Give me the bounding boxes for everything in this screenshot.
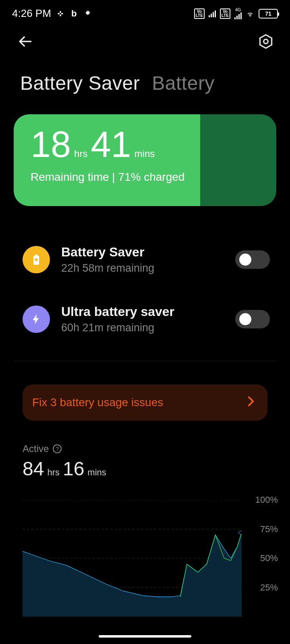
- battery-chart[interactable]: 25%50%75%100%: [23, 500, 278, 617]
- signal-icon-2: 4G: [234, 8, 242, 19]
- top-bar: [0, 24, 290, 56]
- y-tick-label: 75%: [260, 524, 278, 535]
- settings-status-icon: [83, 9, 92, 18]
- status-time: 4:26 PM: [12, 7, 51, 20]
- volte-icon-1: VoLTE: [194, 8, 205, 19]
- svg-point-12: [238, 531, 242, 535]
- chevron-right-icon: [247, 396, 255, 409]
- volte-icon-2: VoLTE: [220, 8, 230, 19]
- fix-issues-button[interactable]: Fix 3 battery usage issues: [23, 384, 267, 421]
- active-mins: 16: [63, 458, 84, 480]
- help-icon[interactable]: ?: [53, 444, 62, 453]
- app-b-icon: b: [70, 9, 79, 18]
- svg-rect-7: [35, 254, 37, 256]
- battery-saver-row[interactable]: Battery Saver 22h 58m remaining: [0, 237, 290, 282]
- y-tick-label: 25%: [260, 582, 278, 593]
- svg-rect-3: [60, 14, 61, 16]
- slack-icon: [56, 9, 65, 18]
- option-sub: 60h 21m remaining: [61, 322, 224, 334]
- active-hours: 84: [23, 458, 44, 480]
- tab-battery[interactable]: Battery: [152, 72, 215, 94]
- svg-rect-0: [58, 13, 60, 14]
- settings-button[interactable]: [258, 33, 274, 51]
- remaining-mins: 41: [91, 126, 131, 163]
- remaining-subtitle: Remaining time | 71% charged: [31, 171, 259, 184]
- tab-battery-saver[interactable]: Battery Saver: [20, 72, 140, 94]
- ultra-saver-row[interactable]: Ultra battery saver 60h 21m remaining: [0, 297, 290, 341]
- divider: [14, 361, 276, 361]
- y-tick-label: 50%: [260, 553, 278, 564]
- saver-options: Battery Saver 22h 58m remaining Ultra ba…: [0, 237, 290, 341]
- active-label: Active: [23, 443, 49, 454]
- page-tabs: Battery Saver Battery: [0, 56, 290, 110]
- svg-rect-1: [61, 13, 63, 14]
- y-tick-label: 100%: [255, 495, 278, 505]
- active-section: Active ? 84 hrs 16 mins: [0, 421, 290, 480]
- svg-rect-2: [60, 11, 61, 13]
- ultra-saver-toggle[interactable]: [235, 310, 270, 328]
- battery-status-icon: 71: [259, 9, 278, 19]
- option-title: Ultra battery saver: [61, 304, 224, 319]
- option-sub: 22h 58m remaining: [61, 262, 224, 275]
- remaining-hours: 18: [31, 126, 71, 163]
- bolt-icon: [23, 305, 50, 333]
- home-indicator[interactable]: [99, 635, 191, 638]
- svg-point-5: [264, 39, 268, 44]
- status-bar: 4:26 PM b VoLTE VoLTE 4G 71: [0, 0, 290, 24]
- signal-icon-1: [209, 10, 216, 17]
- wifi-icon: [246, 9, 255, 18]
- back-button[interactable]: [16, 33, 34, 52]
- option-title: Battery Saver: [61, 245, 224, 260]
- remaining-time-card[interactable]: 18 hrs 41 mins Remaining time | 71% char…: [14, 114, 276, 206]
- battery-saver-toggle[interactable]: [235, 250, 270, 269]
- battery-plus-icon: [23, 246, 50, 273]
